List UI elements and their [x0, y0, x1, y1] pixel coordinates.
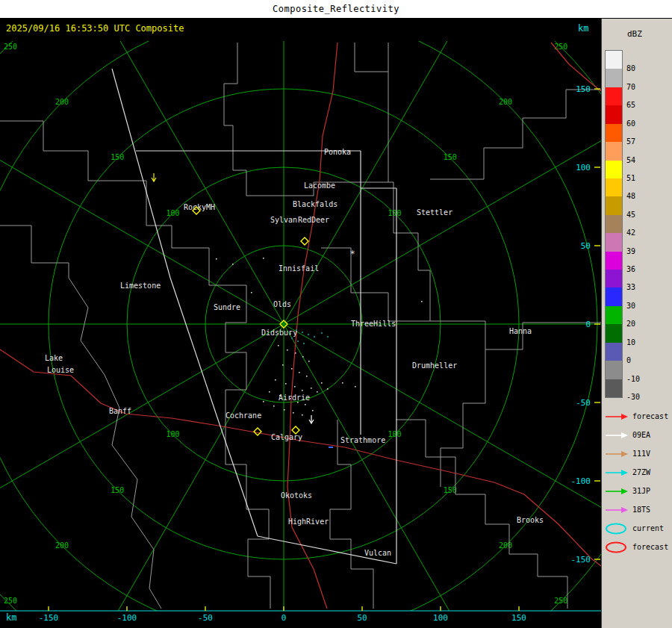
- dbz-band-0: [606, 343, 622, 361]
- window-title: Composite_Reflectivity: [273, 4, 399, 14]
- echo-dot-25: [297, 402, 299, 403]
- boundary-line-2: [355, 43, 388, 72]
- city-label-limestone: Limestone: [120, 282, 161, 290]
- dbz-band-60: [606, 105, 622, 123]
- echo-dot-22: [269, 391, 270, 393]
- echo-dim-dot-1: [302, 332, 303, 333]
- boundary-line-9: [0, 226, 69, 278]
- dbz-band-label-36: 36: [626, 265, 635, 273]
- track-arrow-icon: [604, 412, 629, 421]
- bottom-axis-label-100: 100: [433, 613, 448, 623]
- echo-dot-30: [293, 412, 294, 414]
- dbz-band-70: [606, 69, 622, 87]
- dbz-band-label-48: 48: [626, 192, 635, 200]
- azimuth-spoke-150: [284, 324, 488, 628]
- legend-track-111v: 111V: [604, 444, 672, 463]
- track-arrow-1: [309, 415, 314, 423]
- echo-dot-7: [278, 345, 279, 346]
- dbz-band-label-60: 60: [626, 119, 635, 128]
- echo-dot-5: [355, 386, 356, 388]
- dbz-band-80: [606, 51, 622, 69]
- dbz-band-label-57: 57: [626, 137, 635, 146]
- legend-ellipse-label: current: [632, 524, 664, 532]
- bottom-axis-label--50: -50: [198, 613, 213, 623]
- legend-track-label: forecast: [632, 412, 668, 420]
- echo-dim-dot-5: [297, 341, 299, 342]
- echo-dot-34: [327, 388, 329, 390]
- range-ring-250: [0, 19, 601, 628]
- dbz-band-65: [606, 87, 622, 105]
- right-axis-label--50: -50: [576, 398, 591, 408]
- radar-map-canvas: 1001001001001501501501502002002002002502…: [0, 19, 601, 628]
- echo-dot-12: [282, 364, 284, 366]
- city-label-highriver: HighRiver: [288, 517, 329, 526]
- right-axis-label-100: 100: [576, 163, 591, 172]
- echo-dot-20: [311, 388, 312, 389]
- dbz-band-label-10: 10: [626, 338, 635, 346]
- dbz-band-42: [606, 215, 622, 233]
- echo-dim-dot-4: [291, 338, 293, 339]
- right-axis-label--150: -150: [571, 555, 591, 565]
- track-arrow-0: [152, 173, 156, 181]
- km-unit-bottom-left: km: [6, 612, 16, 623]
- city-label-stettler: Stettler: [417, 208, 452, 217]
- city-label-calgary: Calgary: [271, 433, 302, 441]
- legend-track-label: 31JP: [632, 487, 650, 495]
- dbz-band-30: [606, 287, 622, 305]
- dbz-band-label-70: 70: [626, 83, 635, 91]
- echo-dot-17: [285, 383, 287, 385]
- legend-track-31jp: 31JP: [604, 482, 672, 500]
- track-arrow-icon: [604, 487, 629, 496]
- ring-label-250: 250: [554, 597, 567, 605]
- track-arrow-icon: [604, 450, 629, 458]
- echo-dot-13: [291, 368, 293, 370]
- echo-dot-2: [251, 292, 252, 293]
- dbz-band-label-80: 80: [626, 64, 635, 72]
- ring-label-250: 250: [4, 43, 17, 51]
- azimuth-spoke-120: [284, 324, 601, 528]
- track-legend: forecast09EA111V27ZW31JP18TScurrentforec…: [604, 407, 672, 556]
- echo-dot-6: [342, 382, 343, 384]
- bottom-axis-label-0: 0: [281, 613, 287, 623]
- scale-sidebar: dBZ forecast09EA111V27ZW31JP18TScurrentf…: [601, 19, 672, 628]
- echo-dot-11: [308, 361, 310, 362]
- echo-dot-9: [295, 352, 296, 354]
- radar-site-marker-3: [254, 428, 261, 435]
- dbz-band-label-0: 0: [626, 356, 631, 364]
- arrow-head: [621, 432, 628, 438]
- dbz-band-label-54: 54: [626, 156, 635, 164]
- echo-dot-28: [273, 405, 275, 407]
- ellipse-outline: [606, 523, 626, 533]
- track-arrow-icon: [604, 431, 629, 440]
- dbz-colorbar: [606, 51, 622, 397]
- azimuth-spoke-210: [81, 324, 284, 628]
- dbz-band--30: [606, 379, 622, 397]
- ring-label-100: 100: [166, 430, 179, 438]
- ring-label-150: 150: [111, 486, 124, 494]
- city-label-brooks: Brooks: [517, 516, 544, 524]
- echo-dim-dot-9: [327, 336, 329, 338]
- echo-dot-15: [306, 376, 308, 377]
- boundary-line-6: [430, 321, 601, 349]
- bottom-axis-label-50: 50: [357, 613, 367, 623]
- city-label-innisfail: Innisfail: [279, 264, 319, 273]
- city-label-hanna: Hanna: [509, 327, 532, 335]
- echo-dot-21: [317, 391, 318, 393]
- dbz-band-57: [606, 124, 622, 142]
- legend-track-18ts: 18TS: [604, 500, 672, 519]
- city-label-strathmore: Strathmore: [340, 436, 385, 444]
- echo-dot-3: [263, 258, 264, 259]
- dbz-band-label-20: 20: [626, 320, 635, 328]
- boundary-line-13: [330, 420, 373, 609]
- echo-dot-26: [305, 404, 306, 405]
- legend-track-09ea: 09EA: [604, 426, 672, 444]
- legend-track-label: 18TS: [632, 506, 650, 514]
- ring-label-150: 150: [444, 153, 457, 161]
- bottom-axis-label--150: -150: [39, 613, 59, 623]
- city-label-didsbury: Didsbury: [261, 329, 297, 337]
- echo-dot-4: [421, 301, 423, 302]
- legend-ellipse-label: forecast: [632, 543, 668, 551]
- azimuth-spoke-240: [0, 324, 284, 528]
- legend-track-27zw: 27ZW: [604, 463, 672, 482]
- city-label-olds: Olds: [273, 300, 291, 308]
